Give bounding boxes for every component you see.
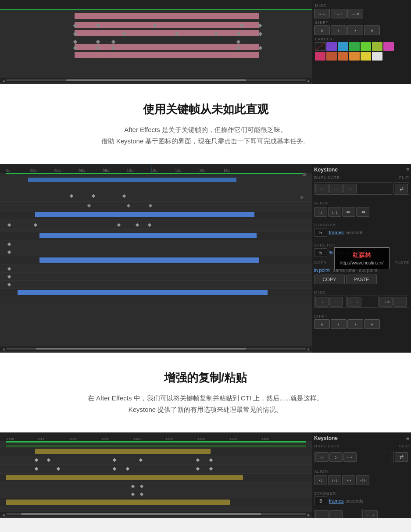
shift-btn-next[interactable]: › <box>347 25 363 35</box>
scroll2-track[interactable] <box>6 348 306 350</box>
scrollbar-3[interactable]: ▲ ▲ <box>0 512 312 516</box>
shift2-btn-last[interactable]: » <box>364 319 380 329</box>
align-btn-4[interactable]: ·⇔ <box>356 207 369 217</box>
stretch-pct[interactable]: % <box>329 250 333 255</box>
dup-icon-2: :·: <box>334 186 338 191</box>
label-yellow[interactable] <box>361 52 371 61</box>
label-lime[interactable] <box>361 42 371 51</box>
promo1-line2: 借助 Keystone 基于图标的界面，现在只需点击一下即可完成基本任务。 <box>9 136 402 147</box>
kf2-2 <box>92 194 95 198</box>
ruler-3: -00s 01s 02s 03s 04s 05s 06s 07s 08s <box>0 432 312 441</box>
shift-btn-prev[interactable]: ‹ <box>331 25 347 35</box>
align3-btn-3[interactable]: ⇔ <box>342 475 355 485</box>
align3-icon-2: ↓·↓ <box>332 478 338 483</box>
stagger-input[interactable]: 5 <box>314 228 327 237</box>
shift2-btn-first[interactable]: « <box>314 319 330 329</box>
misc-btn-a2[interactable]: ← <box>329 297 343 307</box>
label-sienna[interactable] <box>326 52 337 61</box>
tick3-06s: 06s <box>198 437 205 441</box>
shift2-btn-next[interactable]: › <box>347 319 363 329</box>
align-icon-4: ·⇔ <box>360 209 365 215</box>
stretch-input[interactable]: 5 <box>314 248 327 257</box>
kf3-e3 <box>131 493 135 496</box>
dup-flip-3: DUPLICATE FLIP ·:· :· ·→ ⇄ <box>314 444 409 463</box>
dup3-btn-1[interactable]: ·:· <box>315 452 329 462</box>
watermark-url: http://www.hoslin.cn/ <box>340 260 383 265</box>
scroll-track[interactable] <box>6 79 306 81</box>
label-none[interactable] <box>315 42 325 51</box>
label-blue[interactable] <box>338 42 348 51</box>
tl-row-9 <box>0 265 312 273</box>
tl-row-12 <box>0 289 312 297</box>
dup-btn-1[interactable]: ·:· <box>315 184 329 193</box>
stagger-input-3[interactable] <box>314 496 327 505</box>
work-area-3 <box>6 441 306 443</box>
ruler-2: 0s 02s 04s 06s 08s 10s 12s 14s 16s 18s <box>0 164 312 173</box>
seconds-option[interactable]: seconds <box>346 230 364 235</box>
align-btn-1[interactable]: ·↓ <box>314 207 327 217</box>
misc-btn-b1[interactable]: ←→ <box>347 297 361 307</box>
misc-btn-a1[interactable]: → <box>315 297 329 307</box>
duplicate-label: DUPLICATE <box>314 175 340 180</box>
label-orange[interactable] <box>349 52 360 61</box>
kf3-2 <box>47 458 50 462</box>
misc-btn-c1[interactable]: →× <box>379 297 393 307</box>
align3-btn-2[interactable]: ↓·↓ <box>328 475 341 485</box>
scroll3-track[interactable] <box>6 513 306 515</box>
blue-bar-8 <box>39 257 259 263</box>
paste-button[interactable]: PASTE <box>346 275 377 284</box>
align3-btn-4[interactable]: ·⇔ <box>356 475 369 485</box>
label-orange-dark[interactable] <box>338 52 348 61</box>
frames-option-3[interactable]: frames <box>329 498 344 503</box>
frames-option[interactable]: frames <box>329 230 344 235</box>
dup3-btn-3[interactable]: ·→ <box>343 452 357 462</box>
flip3-btn[interactable]: ⇄ <box>395 452 408 462</box>
shift-btn-first[interactable]: « <box>314 25 330 35</box>
label-purple[interactable] <box>326 42 337 51</box>
seconds-option-3[interactable]: seconds <box>346 498 364 503</box>
dup-btn-2[interactable]: :·: <box>329 184 343 193</box>
panel-menu-icon-3[interactable]: ≡ <box>406 435 409 441</box>
misc3-btn-1[interactable]: · <box>315 510 329 518</box>
misc3-btn-2[interactable]: · <box>329 510 343 518</box>
kf2-8 <box>34 223 37 227</box>
scroll3-thumb[interactable] <box>21 513 261 515</box>
misc-btn-1[interactable]: →← <box>314 9 330 18</box>
kf2-e2 <box>7 250 11 254</box>
work-area-2 <box>6 173 306 174</box>
shift2-btn-prev[interactable]: ‹ <box>331 319 347 329</box>
misc-btn-2[interactable]: ·←· <box>331 9 347 18</box>
scroll-thumb[interactable] <box>66 79 247 81</box>
blue-bar-5 <box>39 233 257 238</box>
scrollbar-2[interactable]: ▲ ▲ <box>0 346 312 351</box>
label-white[interactable] <box>372 52 382 61</box>
dup3-icon-1: ·:· <box>320 454 324 460</box>
panel-menu-icon-2[interactable]: ≡ <box>406 167 409 173</box>
tl3-row-e1 <box>0 482 312 490</box>
gold-bar-1 <box>35 449 211 454</box>
dup3-btn-2[interactable]: :· <box>329 452 343 462</box>
flip-btn-h[interactable]: ⇄ <box>395 184 408 193</box>
copy-button[interactable]: COPY <box>314 275 345 284</box>
align3-btn-1[interactable]: ·↓ <box>314 475 327 485</box>
misc3-btn-3[interactable]: ←→ <box>364 510 378 518</box>
align-btn-3[interactable]: ⇔· <box>342 207 355 217</box>
label-pink[interactable] <box>383 42 394 51</box>
label-yellow-green[interactable] <box>372 42 382 51</box>
scroll2-thumb[interactable] <box>36 348 246 350</box>
dup-btn-3[interactable]: ··: <box>343 184 357 193</box>
align-btn-2[interactable]: ↓·↓ <box>328 207 341 217</box>
misc3-icon-1: · <box>321 512 322 518</box>
misc-btn-3[interactable]: →·× <box>347 9 363 18</box>
label-rose[interactable] <box>315 52 325 61</box>
align-btns-3: ·↓ ↓·↓ ⇔ ·⇔ <box>314 475 409 485</box>
align3-icon-4: ·⇔ <box>360 478 365 483</box>
misc-btn-c2[interactable]: · <box>393 297 407 307</box>
top-scrollbar[interactable]: ▲ ▲ <box>0 78 312 82</box>
shift-btn-last[interactable]: » <box>364 25 380 35</box>
label-green[interactable] <box>349 42 360 51</box>
tl3-row-kf2 <box>0 465 312 474</box>
scroll3-left-icon: ▲ <box>2 512 6 517</box>
tl-row-5 <box>0 232 312 240</box>
in-point-option[interactable]: in point <box>314 268 329 273</box>
